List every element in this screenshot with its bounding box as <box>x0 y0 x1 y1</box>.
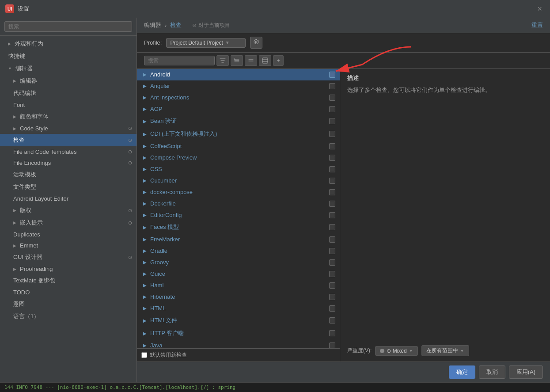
sidebar-item-android-layout[interactable]: Android Layout Editor <box>0 193 137 204</box>
inspection-item-compose[interactable]: ▶ Compose Preview <box>137 152 340 164</box>
collapse-all-button[interactable] <box>245 55 257 66</box>
inspection-checkbox[interactable] <box>329 106 335 112</box>
inspection-checkbox[interactable] <box>329 83 335 89</box>
sidebar-item-colors[interactable]: ▶ 颜色和字体 <box>0 110 137 123</box>
inspection-item-css[interactable]: ▶ CSS <box>137 164 340 175</box>
inspection-checkbox[interactable] <box>329 330 335 336</box>
inspection-item-ant[interactable]: ▶ Ant inspections <box>137 92 340 103</box>
sidebar-item-editor-group[interactable]: ▼ 编辑器 <box>0 62 137 75</box>
add-button[interactable]: + <box>273 55 284 66</box>
profile-select-value: Project Default Project <box>170 40 223 46</box>
confirm-button[interactable]: 确定 <box>449 365 475 379</box>
sidebar-item-file-encodings[interactable]: File Encodings ⊙ <box>0 157 137 168</box>
description-title: 描述 <box>347 74 543 82</box>
sidebar-item-inspections[interactable]: 检查 ⊙ <box>0 134 137 146</box>
sidebar-item-font[interactable]: Font <box>0 99 137 110</box>
sidebar-item-label: 代码编辑 <box>13 89 36 97</box>
profile-select[interactable]: Project Default Project ▼ <box>166 38 246 48</box>
inspection-checkbox[interactable] <box>329 118 335 124</box>
inspection-item-aop[interactable]: ▶ AOP <box>137 103 340 115</box>
inspection-item-cdi[interactable]: ▶ CDI (上下文和依赖项注入) <box>137 128 340 141</box>
sidebar-item-gui-designer[interactable]: GUI 设计器 ⊙ <box>0 251 137 263</box>
sidebar-item-todo[interactable]: TODO <box>0 287 137 298</box>
inspection-item-java[interactable]: ▶ Java <box>137 340 340 348</box>
severity-mixed-select[interactable]: ⊙ Mixed ▼ <box>375 346 417 356</box>
inspection-item-bean[interactable]: ▶ Bean 验证 <box>137 115 340 128</box>
inspection-checkbox[interactable] <box>329 131 335 137</box>
inspection-list: ▶ Android ▶ Angular ▶ Ant inspections <box>137 69 340 362</box>
inspection-checkbox[interactable] <box>329 166 335 172</box>
sidebar-item-inlay-hints[interactable]: ▶ 嵌入提示 ⊙ <box>0 217 137 229</box>
inspection-checkbox[interactable] <box>329 317 335 323</box>
inspection-checkbox[interactable] <box>329 189 335 195</box>
inspection-checkbox[interactable] <box>329 178 335 184</box>
collapse-all-icon <box>248 57 254 64</box>
inspection-checkbox[interactable] <box>329 236 335 243</box>
inspection-item-editorconfig[interactable]: ▶ EditorConfig <box>137 209 340 221</box>
inspection-item-html-file[interactable]: ▶ HTML文件 <box>137 314 340 327</box>
inspection-item-guice[interactable]: ▶ Guice <box>137 268 340 280</box>
inspection-checkbox[interactable] <box>329 248 335 254</box>
reset-button[interactable]: 重置 <box>531 21 543 29</box>
inspection-checkbox[interactable] <box>329 224 335 230</box>
inspection-search-input[interactable] <box>144 56 215 65</box>
sidebar-item-editor[interactable]: ▶ 编辑器 <box>0 75 137 87</box>
sidebar-item-intent[interactable]: 意图 <box>0 298 137 310</box>
sidebar-item-copyright[interactable]: ▶ 版权 ⊙ <box>0 204 137 217</box>
inspection-item-cucumber[interactable]: ▶ Cucumber <box>137 175 340 186</box>
inspection-checkbox[interactable] <box>329 343 335 349</box>
expand-all-button[interactable] <box>231 55 243 66</box>
chevron-right-icon: ▶ <box>143 237 147 242</box>
inspection-item-groovy[interactable]: ▶ Groovy <box>137 257 340 268</box>
inspection-item-http[interactable]: ▶ HTTP 客户端 <box>137 327 340 340</box>
sidebar-item-label: 外观和行为 <box>15 40 43 48</box>
severity-scope-select[interactable]: 在所有范围中 ▼ <box>421 345 469 356</box>
sidebar-item-appearance[interactable]: ▶ 外观和行为 <box>0 38 137 50</box>
apply-button[interactable]: 应用(A) <box>509 365 543 379</box>
inspection-checkbox[interactable] <box>329 305 335 312</box>
inspection-checkbox[interactable] <box>329 95 335 101</box>
sidebar-item-file-templates[interactable]: File and Code Templates ⊙ <box>0 146 137 157</box>
sidebar-item-code-editor[interactable]: 代码编辑 <box>0 87 137 99</box>
inspection-item-haml[interactable]: ▶ Haml <box>137 280 340 291</box>
inspection-checkbox[interactable] <box>329 143 335 149</box>
inspection-checkbox[interactable] <box>329 201 335 207</box>
default-disable-checkbox[interactable] <box>141 352 147 358</box>
filter-button[interactable] <box>216 55 229 66</box>
svg-rect-0 <box>262 58 268 63</box>
chevron-right-icon: ▶ <box>143 248 147 253</box>
inspection-item-html[interactable]: ▶ HTML <box>137 303 340 314</box>
sidebar-item-proofreading[interactable]: ▶ Proofreading <box>0 263 137 274</box>
sidebar-item-shortcuts[interactable]: 快捷键 <box>0 50 137 62</box>
inspection-checkbox[interactable] <box>329 72 335 78</box>
sidebar-item-duplicates[interactable]: Duplicates <box>0 229 137 240</box>
sidebar-item-file-types[interactable]: 文件类型 <box>0 181 137 193</box>
sidebar-item-live-templates[interactable]: 活动模板 <box>0 168 137 181</box>
inspection-footer: 默认禁用新检查 <box>137 348 340 362</box>
cancel-button[interactable]: 取消 <box>479 365 505 379</box>
inspection-item-freemarker[interactable]: ▶ FreeMarker <box>137 234 340 245</box>
inspection-item-android[interactable]: ▶ Android <box>137 69 340 80</box>
sidebar-item-emmet[interactable]: ▶ Emmet <box>0 240 137 251</box>
sidebar-item-textmate[interactable]: TextMate 捆绑包 <box>0 274 137 287</box>
inspection-item-coffeescript[interactable]: ▶ CoffeeScript <box>137 141 340 152</box>
inspection-checkbox[interactable] <box>329 259 335 266</box>
sidebar-item-code-style[interactable]: ▶ Code Style ⊙ <box>0 123 137 134</box>
sidebar-item-lang[interactable]: 语言（1） <box>0 310 137 323</box>
inspection-checkbox[interactable] <box>329 155 335 161</box>
inspection-checkbox[interactable] <box>329 212 335 218</box>
inspection-item-angular[interactable]: ▶ Angular <box>137 80 340 92</box>
close-button[interactable]: × <box>535 4 545 15</box>
inspection-item-gradle[interactable]: ▶ Gradle <box>137 245 340 257</box>
inspection-name: Guice <box>150 270 326 277</box>
gear-button[interactable] <box>250 37 262 49</box>
inspection-item-docker-compose[interactable]: ▶ docker-compose <box>137 186 340 198</box>
inspection-item-dockerfile[interactable]: ▶ Dockerfile <box>137 198 340 209</box>
inspection-checkbox[interactable] <box>329 282 335 289</box>
inspection-checkbox[interactable] <box>329 294 335 300</box>
inspection-item-hibernate[interactable]: ▶ Hibernate <box>137 291 340 303</box>
inspection-item-faces[interactable]: ▶ Faces 模型 <box>137 221 340 234</box>
sidebar-search-input[interactable] <box>4 21 132 32</box>
toggle-tree-button[interactable] <box>259 55 271 66</box>
inspection-checkbox[interactable] <box>329 271 335 277</box>
